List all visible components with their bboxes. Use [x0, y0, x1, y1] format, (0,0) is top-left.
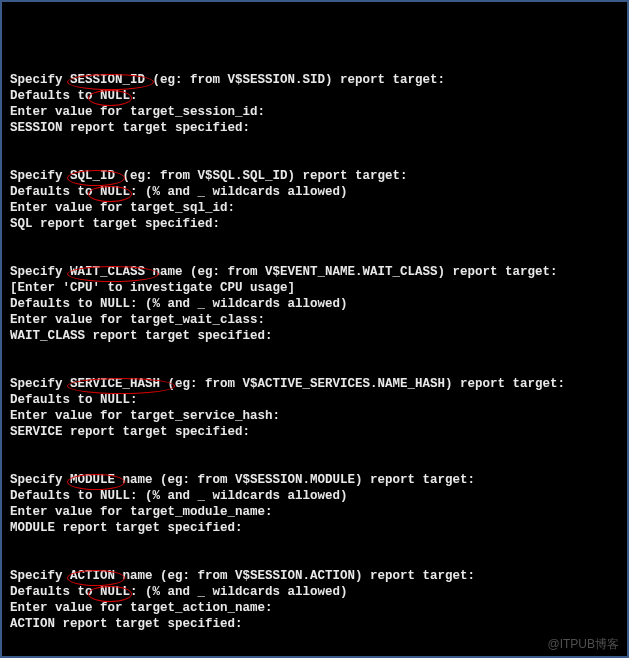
specified-line: SESSION report target specified: [10, 120, 627, 136]
blank-line [10, 552, 627, 568]
defaults-line: Defaults to NULL: [10, 88, 627, 104]
blank-line [10, 152, 627, 168]
extra-line: [Enter 'CPU' to investigate CPU usage] [10, 280, 627, 296]
specified-line: MODULE report target specified: [10, 520, 627, 536]
terminal-output: Specify SESSION_ID (eg: from V$SESSION.S… [10, 72, 627, 658]
blank-line [10, 536, 627, 552]
blank-line [10, 648, 627, 658]
specified-line: WAIT_CLASS report target specified: [10, 328, 627, 344]
enter-value-line: Enter value for target_module_name: [10, 504, 627, 520]
blank-line [10, 232, 627, 248]
prompt-block: Specify SERVICE_HASH (eg: from V$ACTIVE_… [10, 376, 627, 440]
specified-line: SERVICE report target specified: [10, 424, 627, 440]
prompt-block: Specify MODULE name (eg: from V$SESSION.… [10, 472, 627, 536]
enter-value-line: Enter value for target_sql_id: [10, 200, 627, 216]
specify-line: Specify SERVICE_HASH (eg: from V$ACTIVE_… [10, 376, 627, 392]
specify-line: Specify ACTION name (eg: from V$SESSION.… [10, 568, 627, 584]
prompt-block: Specify ACTION name (eg: from V$SESSION.… [10, 568, 627, 632]
prompt-block: Specify WAIT_CLASS name (eg: from V$EVEN… [10, 264, 627, 344]
enter-value-line: Enter value for target_action_name: [10, 600, 627, 616]
specify-line: Specify SESSION_ID (eg: from V$SESSION.S… [10, 72, 627, 88]
enter-value-line: Enter value for target_service_hash: [10, 408, 627, 424]
blank-line [10, 440, 627, 456]
prompt-block: Specify SESSION_ID (eg: from V$SESSION.S… [10, 72, 627, 136]
specify-line: Specify WAIT_CLASS name (eg: from V$EVEN… [10, 264, 627, 280]
blank-line [10, 456, 627, 472]
defaults-line: Defaults to NULL: (% and _ wildcards all… [10, 488, 627, 504]
specify-line: Specify MODULE name (eg: from V$SESSION.… [10, 472, 627, 488]
blank-line [10, 136, 627, 152]
prompt-block: Specify SQL_ID (eg: from V$SQL.SQL_ID) r… [10, 168, 627, 232]
specified-line: ACTION report target specified: [10, 616, 627, 632]
enter-value-line: Enter value for target_wait_class: [10, 312, 627, 328]
blank-line [10, 344, 627, 360]
defaults-line: Defaults to NULL: [10, 392, 627, 408]
specify-line: Specify SQL_ID (eg: from V$SQL.SQL_ID) r… [10, 168, 627, 184]
defaults-line: Defaults to NULL: (% and _ wildcards all… [10, 184, 627, 200]
blank-line [10, 360, 627, 376]
blank-line [10, 632, 627, 648]
defaults-line: Defaults to NULL: (% and _ wildcards all… [10, 296, 627, 312]
blank-line [10, 248, 627, 264]
watermark-text: @ITPUB博客 [547, 636, 619, 652]
specified-line: SQL report target specified: [10, 216, 627, 232]
enter-value-line: Enter value for target_session_id: [10, 104, 627, 120]
defaults-line: Defaults to NULL: (% and _ wildcards all… [10, 584, 627, 600]
